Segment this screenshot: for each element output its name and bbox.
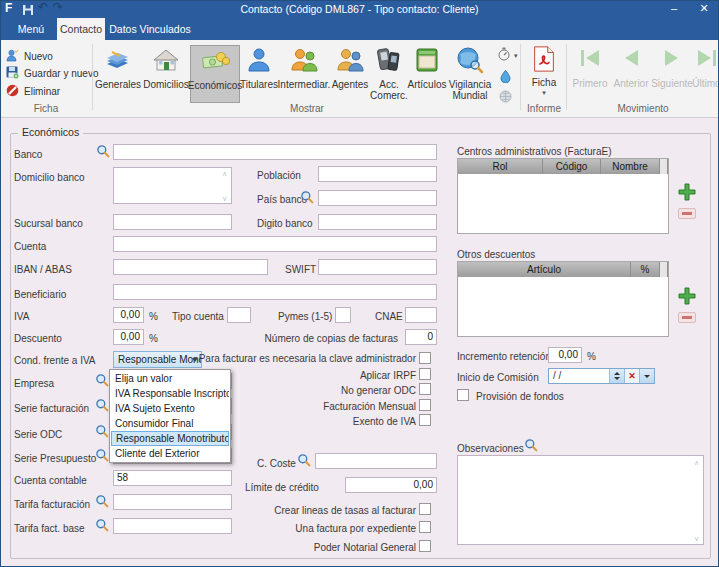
ultimo-button[interactable]: Último (694, 48, 719, 89)
vigilancia-mundial-button[interactable]: Vigilancia Mundial (447, 45, 493, 103)
close-button[interactable]: ✕ (695, 2, 713, 15)
next-record-icon (660, 48, 684, 70)
tab-datos-vinculados[interactable]: Datos Vinculados (108, 18, 192, 40)
ficha-pdf-button[interactable]: Ficha ▾ (524, 45, 564, 103)
scroll-down-icon[interactable]: ∨ (694, 535, 699, 542)
tarifa-base-search-icon[interactable] (95, 518, 110, 533)
date-dropdown-icon[interactable] (639, 369, 654, 383)
agentes-button[interactable]: Agentes (330, 45, 370, 103)
observaciones-textarea[interactable] (457, 455, 704, 545)
aplicar-irpf-checkbox[interactable] (419, 368, 431, 380)
centros-add-button[interactable] (677, 182, 697, 202)
pais-banco-field[interactable] (318, 190, 437, 206)
economicos-button[interactable]: Económicos (190, 45, 240, 103)
cuenta-field[interactable] (113, 236, 437, 252)
no-generar-odc-checkbox[interactable] (419, 383, 431, 395)
chat-button[interactable] (499, 69, 512, 87)
cond-iva-combobox[interactable]: Responsable Monc (113, 351, 202, 368)
tab-contacto[interactable]: Contacto (57, 18, 105, 40)
column-header-nombre[interactable]: Nombre (601, 159, 660, 174)
siguiente-button[interactable]: Siguiente (651, 48, 693, 89)
centros-table[interactable]: Rol Código Nombre (457, 158, 669, 234)
facturacion-mensual-checkbox[interactable] (419, 399, 431, 411)
generales-button[interactable]: Generales (94, 45, 142, 103)
cond-iva-label: Cond. frente a IVA (14, 354, 96, 367)
iban-field[interactable] (113, 259, 268, 275)
guardar-y-nuevo-button[interactable]: Guardar y nuevo (6, 66, 99, 81)
tarifa-facturacion-field[interactable] (113, 494, 232, 510)
tarifa-facturacion-search-icon[interactable] (95, 494, 110, 509)
inicio-comision-datepicker[interactable]: / / ✕ (548, 368, 655, 384)
date-value[interactable]: / / (549, 369, 609, 383)
pais-banco-search-icon[interactable] (300, 190, 315, 205)
una-factura-checkbox[interactable] (419, 521, 431, 533)
column-header-codigo[interactable]: Código (543, 159, 601, 174)
acc-comerc-button[interactable]: Acc. Comerc. (371, 45, 407, 103)
column-header-pct[interactable]: % (631, 262, 660, 277)
otros-remove-button[interactable] (678, 312, 696, 323)
column-header-rol[interactable]: Rol (458, 159, 543, 174)
iva-field[interactable]: 0,00 (113, 307, 144, 323)
serie-odc-search-icon[interactable] (95, 424, 110, 439)
primero-button[interactable]: Primero (568, 48, 612, 89)
poder-notarial-checkbox[interactable] (419, 540, 431, 552)
clave-admin-checkbox[interactable] (419, 352, 431, 364)
timer-button[interactable]: ▾ (497, 47, 518, 65)
scroll-up-icon[interactable]: ∧ (694, 459, 699, 466)
date-clear-icon[interactable]: ✕ (624, 369, 639, 383)
c-coste-search-icon[interactable] (297, 453, 312, 468)
cuenta-contable-field[interactable]: 58 (113, 470, 232, 486)
redo-icon[interactable]: ↷ (53, 0, 63, 14)
nuevo-button[interactable]: Nuevo (6, 49, 53, 64)
dropdown-item-selected[interactable]: Responsable Monotributo (111, 431, 229, 446)
tipo-cuenta-field[interactable] (227, 307, 251, 323)
digito-banco-field[interactable] (318, 214, 437, 230)
serie-odc-label: Serie ODC (14, 428, 62, 441)
dropdown-item[interactable]: Consumidor Final (111, 416, 229, 431)
date-spinner[interactable] (609, 369, 624, 383)
intermediar-button[interactable]: Intermediar. (279, 45, 329, 103)
cnae-field[interactable] (405, 307, 437, 323)
sucursal-banco-field[interactable] (113, 214, 232, 230)
swift-field[interactable] (318, 259, 437, 275)
centros-remove-button[interactable] (678, 208, 696, 219)
domicilio-banco-label: Domicilio banco (14, 171, 85, 184)
titulares-button[interactable]: Titulares (240, 45, 278, 103)
crear-lineas-checkbox[interactable] (419, 503, 431, 515)
empresa-search-icon[interactable] (95, 373, 110, 388)
dropdown-item[interactable]: IVA Sujeto Exento (111, 401, 229, 416)
incremento-field[interactable]: 0,00 (548, 347, 582, 363)
otros-add-button[interactable] (677, 286, 697, 306)
tarifa-facturacion-label: Tarifa facturación (14, 498, 90, 511)
serie-facturacion-search-icon[interactable] (95, 398, 110, 413)
beneficiario-field[interactable] (113, 284, 437, 300)
domicilio-banco-textarea[interactable] (113, 167, 232, 204)
limite-credito-field[interactable]: 0,00 (345, 477, 437, 493)
banco-field[interactable] (113, 144, 437, 160)
banco-search-icon[interactable] (96, 144, 111, 159)
observaciones-search-icon[interactable] (524, 438, 539, 453)
scroll-down-icon[interactable]: ∨ (222, 195, 227, 202)
domicilios-button[interactable]: Domicilios (143, 45, 189, 103)
dropdown-item[interactable]: Cliente del Exterior (111, 446, 229, 461)
articulos-button[interactable]: Artículos (407, 45, 447, 103)
provision-fondos-checkbox[interactable] (457, 389, 469, 401)
minimize-button[interactable]: – (665, 2, 683, 14)
undo-icon[interactable]: ↶ (38, 0, 48, 14)
otros-descuentos-table[interactable]: Artículo % (457, 261, 669, 337)
tab-menu[interactable]: Menú (8, 18, 54, 40)
serie-presupuesto-search-icon[interactable] (95, 448, 110, 463)
tarifa-base-field[interactable] (113, 518, 232, 534)
scroll-up-icon[interactable]: ∧ (222, 170, 227, 177)
pymes-field[interactable] (335, 307, 351, 323)
column-header-articulo[interactable]: Artículo (458, 262, 631, 277)
c-coste-field[interactable] (315, 453, 437, 469)
dropdown-item[interactable]: IVA Responsable Inscripto (111, 386, 229, 401)
poblacion-field[interactable] (318, 166, 437, 182)
dropdown-item[interactable]: Elija un valor (111, 371, 229, 386)
descuento-field[interactable]: 0,00 (113, 329, 144, 345)
num-copias-field[interactable]: 0 (405, 329, 437, 345)
eliminar-button[interactable]: Eliminar (6, 84, 60, 99)
anterior-button[interactable]: Anterior (612, 48, 650, 89)
exento-iva-checkbox[interactable] (419, 414, 431, 426)
